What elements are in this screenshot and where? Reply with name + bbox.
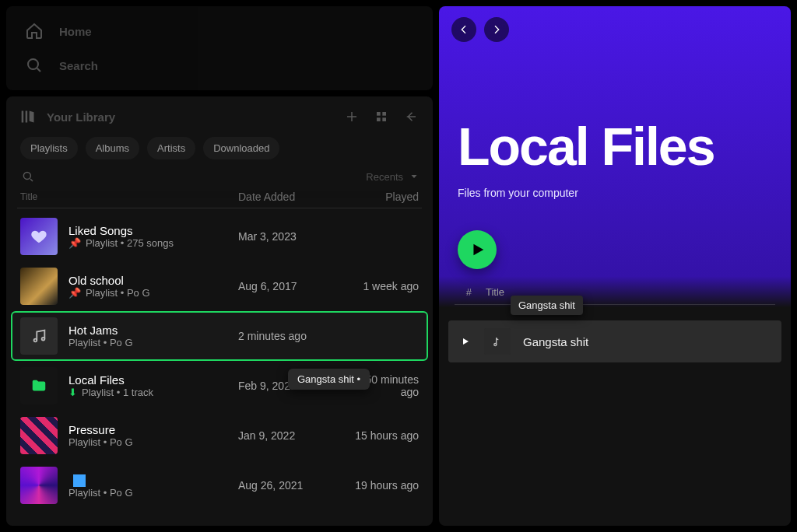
row-title	[68, 472, 238, 486]
create-playlist-button[interactable]	[344, 109, 360, 124]
col-date: Date Added	[238, 191, 355, 203]
library-row-liked-songs[interactable]: Liked Songs 📌Playlist • 275 songs Mar 3,…	[11, 212, 428, 261]
chip-playlists[interactable]: Playlists	[20, 137, 78, 159]
chevron-down-icon	[409, 172, 419, 181]
track-art	[484, 328, 511, 355]
row-title: Old school	[68, 274, 238, 287]
svg-point-8	[34, 339, 37, 342]
divider	[17, 208, 422, 208]
row-title: Liked Songs	[68, 224, 238, 237]
col-title: Title	[486, 286, 504, 298]
row-title: Hot Jams	[68, 324, 238, 337]
nav-home[interactable]: Home	[17, 14, 422, 48]
nav-home-label: Home	[59, 25, 92, 38]
svg-point-7	[23, 172, 30, 179]
library-sort-button[interactable]: Recents	[366, 171, 419, 183]
nav-back-button[interactable]	[451, 17, 476, 42]
col-title: Title	[20, 191, 238, 202]
row-played: 15 hours ago	[355, 429, 419, 442]
library-title: Your Library	[47, 110, 115, 124]
liked-songs-art	[20, 218, 58, 255]
track-name: Gangsta shit	[523, 335, 588, 348]
svg-point-10	[494, 343, 497, 345]
nav-search-label: Search	[59, 59, 98, 72]
page-title: Local Files	[439, 53, 791, 180]
row-subtitle: Playlist • 275 songs	[86, 237, 174, 249]
track-header: # Title	[439, 283, 791, 304]
main-view: Local Files Files from your computer # T…	[439, 6, 791, 526]
svg-rect-2	[26, 111, 28, 123]
row-subtitle: Playlist • Po G	[68, 436, 133, 448]
row-played: 19 hours ago	[355, 479, 419, 492]
svg-point-0	[28, 59, 38, 69]
chip-albums[interactable]: Albums	[86, 137, 139, 159]
svg-rect-5	[377, 117, 381, 121]
nav-forward-button[interactable]	[484, 17, 509, 42]
playlist-art	[20, 417, 58, 454]
row-date: Mar 3, 2023	[238, 230, 355, 243]
row-date: Jan 9, 2022	[238, 429, 355, 442]
home-icon	[25, 22, 44, 40]
collapse-library-button[interactable]	[403, 109, 419, 124]
library-filter-chips: Playlists Albums Artists Downloaded	[6, 134, 433, 169]
playlist-art	[20, 467, 58, 504]
library-row-old-school[interactable]: Old school 📌Playlist • Po G Aug 6, 2017 …	[11, 261, 428, 311]
library-search-button[interactable]	[20, 169, 36, 184]
pin-icon: 📌	[68, 237, 81, 249]
row-title: Local Files	[68, 373, 238, 387]
page-subtitle: Files from your computer	[439, 180, 791, 199]
row-subtitle: Playlist • Po G	[68, 487, 133, 499]
svg-point-9	[42, 338, 45, 341]
folder-icon	[20, 367, 58, 404]
library-rows: Liked Songs 📌Playlist • 275 songs Mar 3,…	[6, 212, 433, 510]
track-row[interactable]: Gangsta shit Gangsta shit	[448, 320, 781, 362]
library-icon[interactable]	[20, 109, 36, 124]
drag-pill: Gangsta shit •	[288, 369, 370, 390]
grid-view-button[interactable]	[374, 109, 389, 124]
nav-search[interactable]: Search	[17, 48, 422, 82]
chip-artists[interactable]: Artists	[147, 137, 195, 159]
library-sort-label: Recents	[366, 171, 403, 183]
svg-rect-6	[382, 117, 386, 121]
chip-downloaded[interactable]: Downloaded	[203, 137, 279, 159]
divider	[455, 304, 775, 305]
pin-icon: 📌	[68, 287, 81, 299]
search-icon	[25, 56, 44, 75]
primary-nav: Home Search	[6, 6, 433, 90]
row-subtitle: Playlist • Po G	[86, 287, 150, 299]
col-hash: #	[458, 286, 472, 298]
row-date: Aug 6, 2017	[238, 280, 355, 292]
svg-rect-1	[22, 111, 24, 123]
row-date: Aug 26, 2021	[238, 479, 355, 492]
row-played: 1 week ago	[355, 280, 419, 292]
track-tooltip: Gangsta shit	[511, 296, 583, 315]
row-date: 2 minutes ago	[238, 330, 355, 342]
row-subtitle: Playlist • 1 track	[82, 387, 153, 398]
library-row-pressure[interactable]: Pressure Playlist • Po G Jan 9, 2022 15 …	[11, 411, 428, 460]
row-subtitle: Playlist • Po G	[68, 337, 133, 348]
library-panel: Your Library Playlists Albums	[6, 96, 433, 526]
download-icon: ⬇	[68, 387, 77, 398]
library-row-untitled[interactable]: Playlist • Po G Aug 26, 2021 19 hours ag…	[11, 460, 428, 510]
svg-rect-4	[382, 112, 386, 116]
playlist-art	[20, 268, 58, 305]
play-icon[interactable]	[459, 337, 472, 346]
play-button[interactable]	[458, 230, 497, 269]
col-played: Played	[355, 191, 419, 203]
svg-rect-3	[377, 112, 381, 116]
album-art-icon	[73, 474, 86, 487]
library-row-hot-jams[interactable]: Hot Jams Playlist • Po G 2 minutes ago	[11, 311, 428, 361]
playlist-art	[20, 317, 58, 355]
row-title: Pressure	[68, 423, 238, 436]
